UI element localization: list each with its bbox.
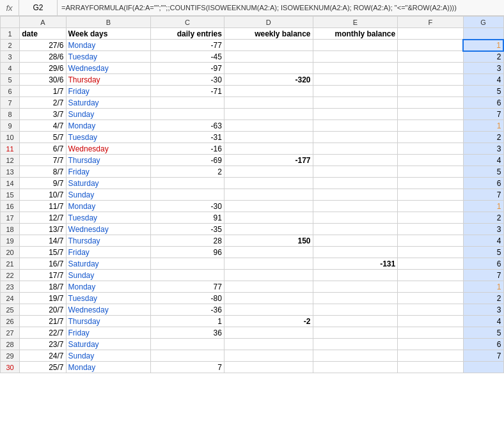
cell-weekday[interactable]: Monday — [66, 362, 151, 373]
cell-daily[interactable]: -45 — [151, 51, 224, 63]
cell-weekday[interactable]: Tuesday — [66, 51, 151, 63]
cell-weekly[interactable] — [224, 189, 313, 201]
cell-daily[interactable]: 28 — [151, 235, 224, 247]
cell-daily[interactable]: -30 — [151, 74, 224, 86]
cell-monthly[interactable] — [313, 178, 398, 189]
cell-date[interactable]: 28/6 — [20, 51, 66, 63]
cell-weekly[interactable]: -320 — [224, 74, 313, 86]
cell-counter[interactable]: 1 — [463, 281, 503, 293]
cell-date[interactable]: 2/7 — [20, 97, 66, 109]
cell-weekly[interactable] — [224, 270, 313, 281]
cell-monthly[interactable] — [313, 143, 398, 155]
cell-weekday[interactable]: Thursday — [66, 235, 151, 247]
cell-daily[interactable]: 96 — [151, 247, 224, 258]
cell-weekday[interactable]: Thursday — [66, 316, 151, 327]
cell-monthly[interactable] — [313, 74, 398, 86]
cell-weekday[interactable]: Wednesday — [66, 224, 151, 235]
cell-counter[interactable]: 7 — [463, 189, 503, 201]
cell-weekday[interactable]: Tuesday — [66, 293, 151, 304]
cell-daily[interactable] — [151, 270, 224, 281]
cell-daily[interactable]: -69 — [151, 155, 224, 166]
cell-counter[interactable]: 2 — [463, 51, 503, 63]
cell-weekly[interactable] — [224, 293, 313, 304]
cell-daily[interactable]: 77 — [151, 281, 224, 293]
cell-counter[interactable]: 3 — [463, 304, 503, 316]
cell-counter[interactable]: 4 — [463, 155, 503, 166]
cell-date[interactable]: 1/7 — [20, 86, 66, 97]
cell-date[interactable]: 5/7 — [20, 132, 66, 143]
cell-weekly[interactable] — [224, 97, 313, 109]
cell-date[interactable]: 4/7 — [20, 120, 66, 132]
cell-counter[interactable]: 1 — [463, 201, 503, 212]
cell-monthly[interactable] — [313, 224, 398, 235]
cell-weekday[interactable]: Saturday — [66, 178, 151, 189]
cell-counter[interactable]: 3 — [463, 143, 503, 155]
cell-date[interactable]: 25/7 — [20, 362, 66, 373]
cell-weekday[interactable]: Sunday — [66, 350, 151, 362]
cell-weekday[interactable]: Sunday — [66, 270, 151, 281]
col-header-a[interactable]: A — [20, 17, 66, 28]
cell-date[interactable]: 3/7 — [20, 109, 66, 120]
cell-date[interactable]: 27/6 — [20, 40, 66, 51]
cell-daily[interactable] — [151, 178, 224, 189]
cell-weekly[interactable]: -2 — [224, 316, 313, 327]
cell-date[interactable]: 21/7 — [20, 316, 66, 327]
cell-counter[interactable]: 5 — [463, 86, 503, 97]
cell-weekly[interactable] — [224, 63, 313, 74]
cell-monthly[interactable] — [313, 51, 398, 63]
cell-monthly[interactable] — [313, 235, 398, 247]
cell-weekly[interactable] — [224, 166, 313, 178]
cell-daily[interactable]: -71 — [151, 86, 224, 97]
cell-weekday[interactable]: Tuesday — [66, 132, 151, 143]
cell-date[interactable]: 10/7 — [20, 189, 66, 201]
cell-counter[interactable]: 7 — [463, 270, 503, 281]
cell-daily[interactable]: -77 — [151, 40, 224, 51]
cell-counter[interactable]: 1 — [463, 120, 503, 132]
cell-daily[interactable]: -80 — [151, 293, 224, 304]
cell-counter[interactable]: 4 — [463, 316, 503, 327]
cell-weekly[interactable] — [224, 350, 313, 362]
cell-monthly[interactable] — [313, 339, 398, 350]
cell-weekly[interactable] — [224, 40, 313, 51]
cell-weekly[interactable] — [224, 362, 313, 373]
cell-date[interactable]: 6/7 — [20, 143, 66, 155]
cell-daily[interactable] — [151, 109, 224, 120]
cell-date[interactable]: 30/6 — [20, 74, 66, 86]
cell-counter[interactable]: 7 — [463, 350, 503, 362]
cell-daily[interactable]: 2 — [151, 166, 224, 178]
col-header-f[interactable]: F — [398, 17, 464, 28]
cell-monthly[interactable] — [313, 327, 398, 339]
cell-counter[interactable]: 6 — [463, 339, 503, 350]
cell-weekly[interactable] — [224, 327, 313, 339]
cell-weekday[interactable]: Wednesday — [66, 304, 151, 316]
cell-weekday[interactable]: Sunday — [66, 109, 151, 120]
cell-date[interactable]: 22/7 — [20, 327, 66, 339]
cell-weekly[interactable] — [224, 201, 313, 212]
cell-weekly[interactable] — [224, 212, 313, 224]
cell-counter[interactable]: 5 — [463, 327, 503, 339]
cell-monthly[interactable] — [313, 362, 398, 373]
cell-counter[interactable]: 6 — [463, 258, 503, 270]
col-header-d[interactable]: D — [224, 17, 313, 28]
cell-daily[interactable]: -97 — [151, 63, 224, 74]
col-header-c[interactable]: C — [151, 17, 224, 28]
cell-daily[interactable]: -36 — [151, 304, 224, 316]
cell-weekday[interactable]: Monday — [66, 201, 151, 212]
cell-daily[interactable]: 36 — [151, 327, 224, 339]
cell-monthly[interactable] — [313, 86, 398, 97]
cell-date[interactable]: 7/7 — [20, 155, 66, 166]
cell-counter[interactable]: 6 — [463, 97, 503, 109]
cell-monthly[interactable] — [313, 247, 398, 258]
cell-weekday[interactable]: Saturday — [66, 339, 151, 350]
cell-daily[interactable] — [151, 339, 224, 350]
cell-weekday[interactable]: Friday — [66, 166, 151, 178]
cell-monthly[interactable] — [313, 189, 398, 201]
cell-monthly[interactable] — [313, 155, 398, 166]
col-header-g[interactable]: G — [463, 17, 503, 28]
cell-weekday[interactable]: Wednesday — [66, 63, 151, 74]
cell-weekday[interactable]: Saturday — [66, 258, 151, 270]
cell-date[interactable]: 18/7 — [20, 281, 66, 293]
cell-daily[interactable] — [151, 97, 224, 109]
cell-counter[interactable]: 3 — [463, 224, 503, 235]
cell-date[interactable]: 16/7 — [20, 258, 66, 270]
